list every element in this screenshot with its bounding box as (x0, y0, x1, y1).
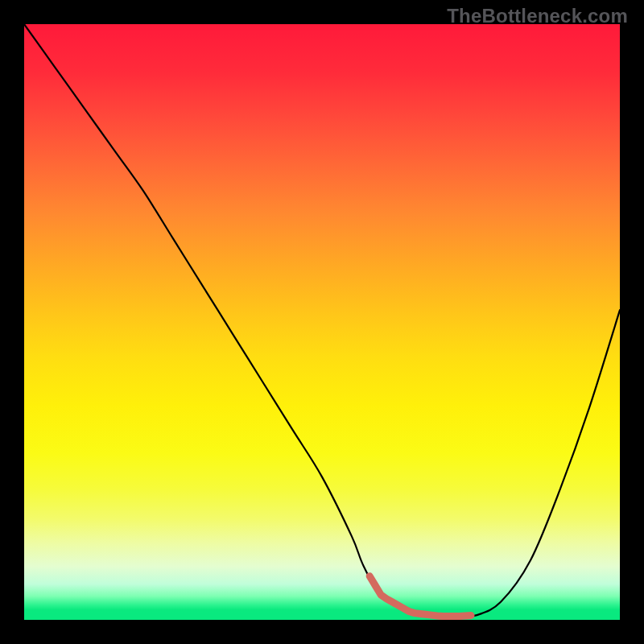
bottleneck-curve (24, 24, 620, 617)
plot-area (24, 24, 620, 620)
optimal-range-marker (369, 576, 471, 617)
chart-container: TheBottleneck.com (0, 0, 644, 644)
chart-svg (24, 24, 620, 620)
